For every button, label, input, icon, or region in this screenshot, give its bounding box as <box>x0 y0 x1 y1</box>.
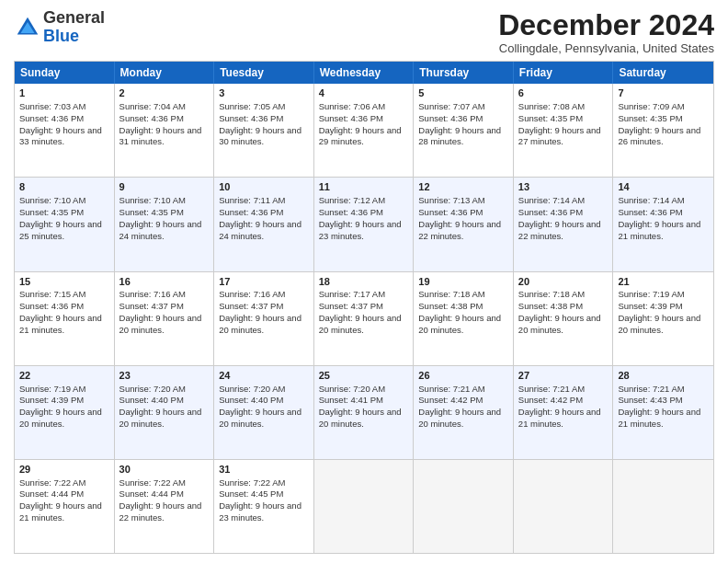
sunset-label: Sunset: 4:36 PM <box>319 207 383 217</box>
sunset-label: Sunset: 4:37 PM <box>219 301 283 311</box>
day-number: 20 <box>518 275 609 289</box>
daylight-label: Daylight: 9 hours and 20 minutes. <box>219 313 301 335</box>
daylight-label: Daylight: 9 hours and 24 minutes. <box>119 219 202 241</box>
sunrise-label: Sunrise: 7:17 AM <box>319 289 385 299</box>
day-number: 30 <box>119 463 210 477</box>
sunrise-label: Sunrise: 7:08 AM <box>518 101 585 111</box>
calendar-row-4: 22Sunrise: 7:19 AMSunset: 4:39 PMDayligh… <box>15 365 713 459</box>
sunset-label: Sunset: 4:38 PM <box>418 301 483 311</box>
sunset-label: Sunset: 4:36 PM <box>19 301 84 311</box>
day-number: 28 <box>618 369 709 383</box>
daylight-label: Daylight: 9 hours and 20 minutes. <box>19 407 102 429</box>
day-number: 24 <box>219 369 309 383</box>
header-day-tuesday: Tuesday <box>214 62 314 84</box>
daylight-label: Daylight: 9 hours and 23 minutes. <box>319 219 402 241</box>
header-day-friday: Friday <box>514 62 614 84</box>
sunset-label: Sunset: 4:45 PM <box>219 488 283 499</box>
logo-blue: Blue <box>43 27 79 45</box>
daylight-label: Daylight: 9 hours and 25 minutes. <box>19 219 102 241</box>
sunrise-label: Sunrise: 7:19 AM <box>618 289 684 299</box>
sunrise-label: Sunrise: 7:16 AM <box>219 289 285 299</box>
calendar-cell: 13Sunrise: 7:14 AMSunset: 4:36 PMDayligh… <box>514 178 614 270</box>
calendar-cell: 12Sunrise: 7:13 AMSunset: 4:36 PMDayligh… <box>414 178 514 270</box>
calendar-cell: 11Sunrise: 7:12 AMSunset: 4:36 PMDayligh… <box>314 178 415 270</box>
calendar-cell: 28Sunrise: 7:21 AMSunset: 4:43 PMDayligh… <box>613 366 713 459</box>
sunrise-label: Sunrise: 7:04 AM <box>119 101 186 111</box>
calendar-cell: 15Sunrise: 7:15 AMSunset: 4:36 PMDayligh… <box>15 272 115 365</box>
month-title: December 2024 <box>498 9 714 41</box>
logo-text: General Blue <box>43 9 105 46</box>
day-number: 14 <box>618 180 709 194</box>
daylight-label: Daylight: 9 hours and 26 minutes. <box>618 125 700 147</box>
day-number: 31 <box>219 463 309 477</box>
daylight-label: Daylight: 9 hours and 21 minutes. <box>618 407 700 429</box>
calendar-cell: 18Sunrise: 7:17 AMSunset: 4:37 PMDayligh… <box>314 272 415 365</box>
day-number: 9 <box>119 180 210 194</box>
calendar-cell: 7Sunrise: 7:09 AMSunset: 4:35 PMDaylight… <box>613 84 713 177</box>
header-day-monday: Monday <box>115 62 215 84</box>
daylight-label: Daylight: 9 hours and 29 minutes. <box>319 125 402 147</box>
sunrise-label: Sunrise: 7:07 AM <box>418 101 484 111</box>
calendar-cell <box>314 460 415 553</box>
calendar-cell: 9Sunrise: 7:10 AMSunset: 4:35 PMDaylight… <box>115 178 215 270</box>
day-number: 25 <box>319 369 409 383</box>
header-day-thursday: Thursday <box>414 62 514 84</box>
day-number: 22 <box>19 369 109 383</box>
sunrise-label: Sunrise: 7:20 AM <box>219 384 285 394</box>
calendar-cell: 10Sunrise: 7:11 AMSunset: 4:36 PMDayligh… <box>214 178 314 270</box>
day-number: 21 <box>618 275 709 289</box>
day-number: 23 <box>119 369 210 383</box>
sunset-label: Sunset: 4:37 PM <box>319 301 383 311</box>
day-number: 7 <box>618 86 709 100</box>
daylight-label: Daylight: 9 hours and 21 minutes. <box>618 219 700 241</box>
daylight-label: Daylight: 9 hours and 21 minutes. <box>19 313 102 335</box>
header: General Blue December 2024 Collingdale, … <box>14 9 714 55</box>
calendar-cell: 14Sunrise: 7:14 AMSunset: 4:36 PMDayligh… <box>613 178 713 270</box>
calendar-cell: 29Sunrise: 7:22 AMSunset: 4:44 PMDayligh… <box>15 460 115 553</box>
calendar-cell: 1Sunrise: 7:03 AMSunset: 4:36 PMDaylight… <box>15 84 115 177</box>
daylight-label: Daylight: 9 hours and 20 minutes. <box>319 313 402 335</box>
sunrise-label: Sunrise: 7:22 AM <box>119 477 186 488</box>
calendar-row-2: 8Sunrise: 7:10 AMSunset: 4:35 PMDaylight… <box>15 177 713 270</box>
daylight-label: Daylight: 9 hours and 20 minutes. <box>418 407 501 429</box>
sunrise-label: Sunrise: 7:06 AM <box>319 101 385 111</box>
logo-general: General <box>43 8 105 27</box>
calendar-cell <box>414 460 514 553</box>
calendar-cell: 30Sunrise: 7:22 AMSunset: 4:44 PMDayligh… <box>115 460 215 553</box>
calendar-cell <box>514 460 614 553</box>
sunset-label: Sunset: 4:36 PM <box>19 113 84 123</box>
calendar-cell: 17Sunrise: 7:16 AMSunset: 4:37 PMDayligh… <box>214 272 314 365</box>
day-number: 17 <box>219 275 309 289</box>
sunrise-label: Sunrise: 7:11 AM <box>219 195 285 205</box>
calendar-cell: 19Sunrise: 7:18 AMSunset: 4:38 PMDayligh… <box>414 272 514 365</box>
calendar-cell <box>613 460 713 553</box>
calendar-cell: 20Sunrise: 7:18 AMSunset: 4:38 PMDayligh… <box>514 272 614 365</box>
sunset-label: Sunset: 4:36 PM <box>319 113 383 123</box>
calendar-header: SundayMondayTuesdayWednesdayThursdayFrid… <box>15 62 713 84</box>
header-day-sunday: Sunday <box>15 62 115 84</box>
daylight-label: Daylight: 9 hours and 24 minutes. <box>219 219 301 241</box>
sunrise-label: Sunrise: 7:14 AM <box>618 195 684 205</box>
day-number: 3 <box>219 86 309 100</box>
calendar-row-3: 15Sunrise: 7:15 AMSunset: 4:36 PMDayligh… <box>15 271 713 365</box>
logo: General Blue <box>14 9 105 46</box>
daylight-label: Daylight: 9 hours and 20 minutes. <box>319 407 402 429</box>
sunrise-label: Sunrise: 7:16 AM <box>119 289 186 299</box>
sunrise-label: Sunrise: 7:10 AM <box>19 195 85 205</box>
header-day-saturday: Saturday <box>613 62 713 84</box>
sunset-label: Sunset: 4:35 PM <box>518 113 583 123</box>
calendar: SundayMondayTuesdayWednesdayThursdayFrid… <box>14 61 714 554</box>
sunrise-label: Sunrise: 7:21 AM <box>518 384 585 394</box>
day-number: 6 <box>518 86 609 100</box>
calendar-cell: 8Sunrise: 7:10 AMSunset: 4:35 PMDaylight… <box>15 178 115 270</box>
sunrise-label: Sunrise: 7:10 AM <box>119 195 186 205</box>
day-number: 19 <box>418 275 508 289</box>
calendar-cell: 27Sunrise: 7:21 AMSunset: 4:42 PMDayligh… <box>514 366 614 459</box>
day-number: 12 <box>418 180 508 194</box>
calendar-cell: 16Sunrise: 7:16 AMSunset: 4:37 PMDayligh… <box>115 272 215 365</box>
daylight-label: Daylight: 9 hours and 22 minutes. <box>518 219 601 241</box>
daylight-label: Daylight: 9 hours and 28 minutes. <box>418 125 501 147</box>
daylight-label: Daylight: 9 hours and 22 minutes. <box>119 500 202 523</box>
sunset-label: Sunset: 4:40 PM <box>119 395 184 405</box>
sunset-label: Sunset: 4:35 PM <box>618 113 682 123</box>
